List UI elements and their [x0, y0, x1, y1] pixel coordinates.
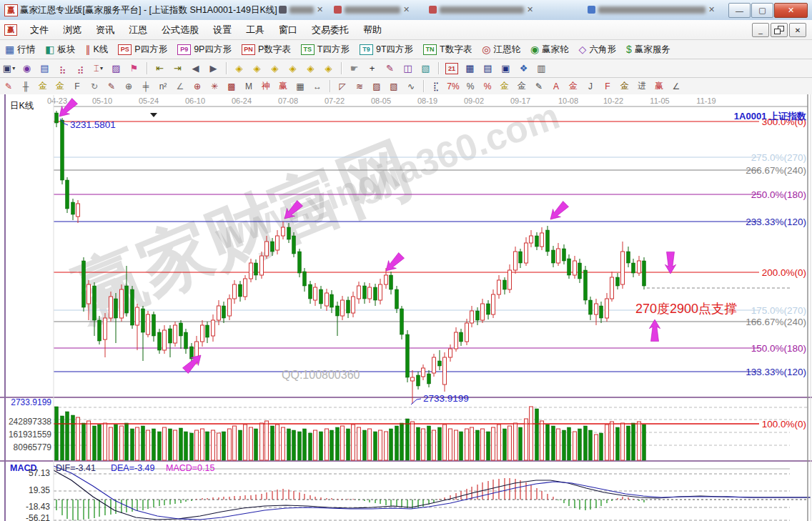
hatch-box-icon[interactable]: ▨ — [369, 80, 385, 93]
dense-grid-icon[interactable]: ╪ — [138, 80, 154, 93]
fan-box-icon[interactable]: ◸ — [335, 80, 350, 93]
gold-circle-icon[interactable]: 金 — [497, 80, 513, 93]
percent-icon[interactable]: % — [462, 80, 478, 93]
windows-icon[interactable]: ❖ — [515, 61, 532, 76]
gold-band-icon[interactable]: 金 — [565, 80, 581, 93]
pattern-icon[interactable]: ▨ — [108, 61, 124, 76]
notes-icon[interactable]: ▤ — [480, 61, 496, 76]
diamond-right-icon[interactable]: ◈ — [249, 61, 265, 76]
cycle-icon[interactable]: ▧ — [417, 61, 434, 76]
print-icon[interactable]: ▥ — [533, 61, 550, 76]
stats-icon[interactable]: ◫ — [400, 61, 416, 76]
angle2-icon[interactable]: ∠ — [668, 80, 684, 93]
fan-lines-icon[interactable]: ≋ — [352, 80, 367, 93]
chart-large-icon[interactable]: ⣴ — [72, 61, 89, 76]
toolbar-item-赢家轮[interactable]: ◉赢家轮 — [525, 44, 574, 56]
menu-item-6[interactable]: 设置 — [206, 21, 239, 39]
minimize-button[interactable]: — — [728, 3, 751, 18]
toolbar-item-T数字表[interactable]: TNT数字表 — [418, 44, 477, 56]
grid123-icon[interactable]: ▦ — [292, 80, 308, 93]
toolbar-item-9T四方形[interactable]: T99T四方形 — [355, 44, 418, 56]
tab-close-icon[interactable]: ✕ — [317, 6, 323, 14]
background-tab-1[interactable]: ✕ — [279, 4, 323, 16]
diamond-all-icon[interactable]: ◈ — [320, 61, 337, 76]
menu-item-1[interactable]: 文件 — [23, 21, 56, 39]
diamond-in-icon[interactable]: ◈ — [267, 61, 283, 76]
menu-item-4[interactable]: 江恩 — [122, 21, 154, 39]
first-bar-icon[interactable]: ⇤ — [152, 61, 168, 76]
toolbar-item-江恩轮[interactable]: ◎江恩轮 — [477, 44, 525, 56]
angle-j-icon[interactable]: J — [583, 80, 598, 93]
clock-circle-icon[interactable]: ⊕ — [121, 80, 137, 93]
menu-item-5[interactable]: 公式选股 — [154, 21, 206, 39]
percent7-icon[interactable]: 7% — [445, 80, 461, 93]
background-tab-3[interactable]: ✕ — [429, 4, 533, 16]
gold-grid-icon[interactable]: 金 — [35, 80, 51, 93]
toolbar-item-P四方形[interactable]: PSP四方形 — [113, 44, 172, 56]
diamond-left-icon[interactable]: ◈ — [231, 61, 247, 76]
crosshair-icon[interactable]: + — [364, 61, 380, 76]
toolbar-item-行情[interactable]: ▦行情 — [0, 44, 40, 56]
menu-item-2[interactable]: 浏览 — [56, 21, 89, 39]
theme-icon[interactable]: ◉ — [19, 61, 35, 76]
ying2-tool-icon[interactable]: 赢 — [651, 80, 667, 93]
angle-gold-icon[interactable]: 金 — [617, 80, 633, 93]
chart-small-icon[interactable]: ⣦ — [54, 61, 71, 76]
diamond-out-icon[interactable]: ◈ — [284, 61, 301, 76]
calculator-icon[interactable]: ▦ — [462, 61, 478, 76]
mdi-minimize-button[interactable]: _ — [752, 23, 769, 37]
tab-close-icon[interactable]: ✕ — [403, 6, 410, 14]
circle-target-icon[interactable]: ⊕ — [189, 80, 205, 93]
menu-item-9[interactable]: 交易委托 — [304, 21, 356, 39]
toolbar-item-板块[interactable]: ◧板块 — [40, 44, 80, 56]
menu-item-3[interactable]: 资讯 — [89, 21, 122, 39]
last-bar-icon[interactable]: ⇥ — [169, 61, 186, 76]
pen2-tool-icon[interactable]: ✎ — [104, 80, 119, 93]
menu-item-7[interactable]: 工具 — [239, 21, 272, 39]
ying-tool-icon[interactable]: 赢 — [275, 80, 291, 93]
maximize-button[interactable]: ▢ — [751, 3, 773, 18]
angle-jin-icon[interactable]: 进 — [634, 80, 650, 93]
box-grid-icon[interactable]: ▩ — [224, 80, 239, 93]
star-grid-icon[interactable]: ✳ — [207, 80, 222, 93]
square-number-icon[interactable]: n² — [155, 80, 171, 93]
toolbar-item-K线[interactable]: ∥K线 — [80, 44, 113, 56]
gold-grid2-icon[interactable]: 金 — [52, 80, 68, 93]
gold-line-icon[interactable]: 金 — [514, 80, 530, 93]
angle-icon[interactable]: ∠ — [172, 80, 188, 93]
gann-grid-icon[interactable]: ╫ — [18, 80, 34, 93]
mdi-restore-button[interactable] — [771, 23, 788, 37]
prev-bar-icon[interactable]: ◀ — [187, 61, 204, 76]
window-split-icon[interactable]: ▣▾ — [1, 61, 17, 76]
bars-tool-icon[interactable]: ⣏ — [428, 80, 444, 93]
menu-item-10[interactable]: 帮助 — [356, 21, 389, 39]
percent-line-icon[interactable]: % — [480, 80, 495, 93]
quote-doc-icon[interactable]: ▤ — [36, 61, 53, 76]
next-bar-icon[interactable]: ▶ — [205, 61, 222, 76]
kline-chart-area[interactable]: 赢家财富网www.yingjia360.com04-2305-1005-2406… — [0, 94, 812, 521]
flag-icon[interactable]: ⚑ — [126, 61, 142, 76]
tab-close-icon[interactable]: ✕ — [708, 6, 715, 14]
fibonacci-icon[interactable]: F — [69, 80, 85, 93]
candle-style-icon[interactable]: ⌶▾ — [90, 61, 107, 76]
wave-a-icon[interactable]: A — [548, 80, 564, 93]
save-icon[interactable]: ▣ — [497, 61, 514, 76]
hatch-box2-icon[interactable]: ▧ — [386, 80, 402, 93]
mdi-close-button[interactable]: ✕ — [789, 23, 806, 37]
wave-m-icon[interactable]: M — [241, 80, 257, 93]
pen-tool-icon[interactable]: ✎ — [1, 80, 16, 93]
zigzag-icon[interactable]: ∿ — [403, 80, 419, 93]
toolbar-item-赢家服务[interactable]: $赢家服务 — [621, 44, 675, 56]
tab-close-icon[interactable]: ✕ — [527, 6, 533, 14]
background-tab-2[interactable]: ✕ — [334, 4, 410, 16]
calendar-icon[interactable]: 21 — [445, 63, 458, 74]
menu-item-8[interactable]: 窗口 — [272, 21, 304, 39]
toolbar-item-P数字表[interactable]: PNP数字表 — [237, 44, 296, 56]
width-icon[interactable]: ↔ — [310, 80, 325, 93]
annotate-icon[interactable]: ✎ — [382, 61, 398, 76]
background-tab-4[interactable]: ✕ — [588, 4, 715, 16]
pen-dark-icon[interactable]: ✎ — [531, 80, 547, 93]
hand-icon[interactable]: ☛ — [346, 61, 362, 76]
close-button[interactable]: ✕ — [774, 3, 808, 18]
angle-f-icon[interactable]: F — [600, 80, 615, 93]
